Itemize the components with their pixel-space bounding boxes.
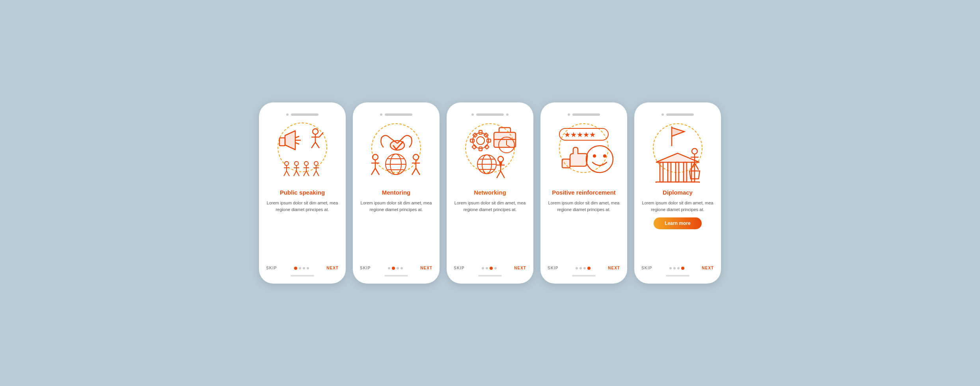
next-button[interactable]: NEXT [608, 266, 620, 270]
dot-3[interactable] [303, 267, 305, 269]
positive-reinforcement-icon-area: ★★★★★ [552, 120, 615, 183]
next-button[interactable]: NEXT [420, 266, 432, 270]
phone-public-speaking: Public speaking Lorem ipsum dolor sit di… [259, 102, 346, 284]
svg-line-42 [371, 168, 375, 175]
phone-body: Lorem ipsum dolor sit dim amet, mea regi… [360, 200, 432, 213]
dot-2[interactable] [392, 267, 395, 270]
skip-button[interactable]: SKIP [454, 266, 464, 270]
phone-body: Lorem ipsum dolor sit dim amet, mea regi… [641, 200, 714, 213]
public-speaking-icon-area [271, 120, 334, 183]
learn-more-button[interactable]: Learn more [654, 217, 701, 229]
dot-2[interactable] [579, 267, 582, 269]
next-button[interactable]: NEXT [326, 266, 339, 270]
top-dot [471, 113, 474, 116]
svg-line-43 [375, 168, 379, 175]
dot-2[interactable] [673, 267, 676, 269]
dot-4[interactable] [494, 267, 497, 269]
svg-line-11 [319, 132, 323, 137]
svg-text:★★★★★: ★★★★★ [564, 131, 596, 139]
svg-rect-87 [676, 162, 679, 182]
svg-rect-78 [562, 159, 570, 168]
dot-1[interactable] [576, 267, 578, 269]
svg-line-31 [316, 171, 319, 176]
svg-line-21 [296, 171, 299, 176]
phone-nav: SKIP NEXT [454, 263, 526, 270]
nav-dots [576, 267, 591, 270]
svg-marker-84 [656, 153, 699, 162]
top-dot-2 [506, 113, 509, 116]
top-dot [286, 113, 289, 116]
svg-rect-85 [660, 162, 663, 182]
phone-networking: Networking Lorem ipsum dolor sit dim ame… [447, 102, 533, 284]
phone-body: Lorem ipsum dolor sit dim amet, mea regi… [548, 200, 620, 213]
next-button[interactable]: NEXT [702, 266, 714, 270]
svg-line-30 [313, 171, 316, 176]
skip-button[interactable]: SKIP [548, 266, 558, 270]
networking-icon [458, 120, 522, 183]
svg-line-16 [287, 171, 289, 176]
bottom-bar [666, 275, 689, 277]
dot-4[interactable] [587, 267, 591, 270]
networking-icon-area [458, 120, 522, 183]
phone-title: Networking [474, 189, 506, 196]
phone-body: Lorem ipsum dolor sit dim amet, mea regi… [266, 200, 339, 213]
positive-reinforcement-icon: ★★★★★ [552, 120, 615, 183]
svg-rect-59 [472, 145, 476, 149]
svg-rect-52 [479, 130, 482, 134]
skip-button[interactable]: SKIP [266, 266, 277, 270]
svg-line-5 [295, 143, 299, 144]
svg-point-27 [314, 161, 318, 165]
dot-3[interactable] [677, 267, 680, 269]
phone-title: Diplomacy [663, 189, 693, 196]
dot-4[interactable] [401, 267, 403, 269]
skip-button[interactable]: SKIP [641, 266, 652, 270]
phone-title: Mentoring [382, 189, 411, 196]
svg-point-12 [285, 161, 289, 165]
dot-1[interactable] [669, 267, 672, 269]
svg-rect-57 [484, 145, 489, 149]
svg-rect-88 [684, 162, 687, 182]
dot-1[interactable] [388, 267, 390, 269]
dot-3[interactable] [490, 267, 493, 270]
svg-line-73 [497, 171, 501, 178]
svg-rect-86 [668, 162, 671, 182]
dot-2[interactable] [486, 267, 488, 269]
dot-4[interactable] [681, 267, 684, 270]
nav-dots [669, 267, 684, 270]
dot-1[interactable] [294, 267, 297, 270]
diplomacy-icon [646, 120, 709, 183]
nav-dots [388, 267, 403, 270]
nav-dots [482, 267, 497, 270]
svg-line-74 [501, 171, 505, 178]
svg-rect-55 [487, 139, 491, 142]
top-dot [568, 113, 570, 116]
mentoring-icon-area [365, 120, 428, 183]
next-button[interactable]: NEXT [514, 266, 526, 270]
public-speaking-icon [271, 120, 334, 183]
dot-1[interactable] [482, 267, 484, 269]
phone-nav: SKIP NEXT [266, 263, 339, 270]
svg-line-3 [295, 136, 299, 138]
svg-point-79 [586, 146, 613, 173]
phone-positive-reinforcement: ★★★★★ Positive reinforcement Lorem ipsum… [540, 102, 627, 284]
phone-diplomacy: Diplomacy Lorem ipsum dolor sit dim amet… [634, 102, 721, 284]
top-line [385, 113, 412, 116]
phone-body: Lorem ipsum dolor sit dim amet, mea regi… [454, 200, 526, 213]
svg-marker-2 [285, 131, 295, 150]
dot-3[interactable] [583, 267, 586, 269]
svg-point-17 [294, 161, 298, 165]
dot-2[interactable] [299, 267, 301, 269]
svg-line-48 [416, 168, 420, 175]
svg-line-9 [311, 142, 315, 148]
phone-title: Positive reinforcement [552, 189, 616, 196]
top-bar [568, 113, 600, 116]
skip-button[interactable]: SKIP [360, 266, 371, 270]
svg-line-26 [306, 171, 309, 176]
top-line [666, 113, 694, 116]
dot-4[interactable] [307, 267, 309, 269]
top-bar [661, 113, 694, 116]
top-bar [471, 113, 509, 116]
dot-3[interactable] [397, 267, 399, 269]
svg-rect-90 [656, 182, 699, 183]
phone-title: Public speaking [280, 189, 325, 196]
